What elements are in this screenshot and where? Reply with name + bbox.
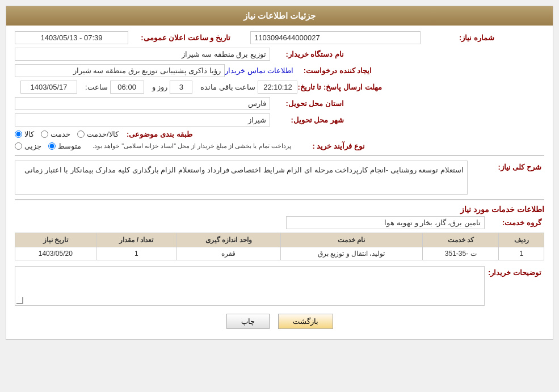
- cell-name: تولید، انتقال و توزیع برق: [280, 247, 422, 260]
- process-row: نوع فرآیند خرید : پرداخت تمام یا بخشی از…: [15, 142, 544, 150]
- col-header-date: تاریخ نیاز: [15, 233, 96, 247]
- province-row: استان محل تحویل: فارس: [15, 97, 544, 110]
- category-option-service: خدمت: [41, 130, 70, 138]
- process-label: نوع فرآیند خرید :: [291, 142, 365, 150]
- deadline-time-segment: 06:00 ساعت:: [83, 81, 144, 94]
- deadline-days-value: 3: [170, 81, 192, 94]
- creator-label: ایجاد کننده درخواست:: [298, 66, 372, 75]
- description-value: استعلام توسعه روشنایی -انجام کارپرداخت م…: [15, 161, 468, 195]
- cell-code: ت -35-351: [422, 247, 499, 260]
- deadline-label: مهلت ارسال پاسخ: تا تاریخ:: [297, 83, 381, 91]
- col-header-code: کد خدمت: [422, 233, 499, 247]
- resize-handle: [16, 297, 23, 304]
- city-label: شهر محل تحویل:: [270, 116, 344, 124]
- creator-value: رؤیا ذاکری پشتیبانی توزیع برق منطقه سه ش…: [15, 64, 225, 77]
- province-label: استان محل تحویل:: [270, 99, 344, 108]
- process-option-medium-label: متوسط: [58, 142, 81, 150]
- services-table: ردیف کد خدمت نام خدمت واحد اندازه گیری ت…: [15, 233, 544, 260]
- print-button[interactable]: چاپ: [226, 314, 270, 329]
- table-header-row: ردیف کد خدمت نام خدمت واحد اندازه گیری ت…: [15, 233, 544, 247]
- panel-header: جزئیات اطلاعات نیاز: [6, 6, 553, 26]
- cell-unit: فقره: [177, 247, 281, 260]
- col-header-name: نام خدمت: [280, 233, 422, 247]
- process-radio-partial[interactable]: [15, 142, 22, 150]
- process-option-partial-label: جزیی: [24, 142, 41, 150]
- service-group-row: گروه خدمت: تامین برق، گاز، بخار و تهویه …: [15, 216, 544, 229]
- col-header-row: ردیف: [499, 233, 544, 247]
- service-group-value: تامین برق، گاز، بخار و تهویه هوا: [286, 216, 485, 229]
- category-row: طبقه بندی موضوعی: کالا/خدمت خدمت کالا: [15, 130, 544, 138]
- category-radio-service-goods[interactable]: [77, 130, 85, 138]
- page-title: جزئیات اطلاعات نیاز: [243, 11, 316, 20]
- category-option-goods-label: کالا: [24, 130, 34, 138]
- col-header-unit: واحد اندازه گیری: [177, 233, 281, 247]
- category-radio-service[interactable]: [41, 130, 48, 138]
- buyer-org-row: نام دستگاه خریدار: توزیع برق منطقه سه شی…: [15, 48, 544, 61]
- creator-contact-link[interactable]: اطلاعات تماس خریدار: [225, 66, 293, 75]
- panel-body: شماره نیاز: 1103094644000027 تاریخ و ساع…: [6, 26, 553, 339]
- deadline-date-segment: 1403/05/17: [20, 81, 77, 94]
- category-option-service-label: خدمت: [51, 130, 70, 138]
- deadline-time-value: 06:00: [110, 81, 144, 94]
- comments-section: توضیحات خریدار:: [15, 266, 544, 306]
- services-section-title: اطلاعات خدمات مورد نیاز: [15, 205, 544, 214]
- process-option-medium: متوسط: [48, 142, 81, 150]
- buttons-row: بازگشت چاپ: [15, 314, 544, 329]
- back-button[interactable]: بازگشت: [278, 314, 333, 329]
- need-number-row: شماره نیاز: 1103094644000027 تاریخ و ساع…: [15, 31, 544, 44]
- cell-qty: 1: [96, 247, 176, 260]
- deadline-remaining-value: 22:10:12: [258, 81, 297, 94]
- comments-box: [15, 266, 485, 306]
- category-radio-group: کالا/خدمت خدمت کالا: [15, 130, 119, 138]
- table-row: 1 ت -35-351 تولید، انتقال و توزیع برق فق…: [15, 247, 544, 260]
- deadline-date-value: 1403/05/17: [20, 81, 77, 94]
- comments-label: توضیحات خریدار:: [485, 266, 541, 277]
- announcement-datetime-value: 1403/05/13 - 07:39: [15, 31, 128, 44]
- province-value: فارس: [15, 97, 270, 110]
- process-radio-medium[interactable]: [48, 142, 56, 150]
- category-label: طبقه بندی موضوعی:: [119, 130, 192, 138]
- col-header-qty: تعداد / مقدار: [96, 233, 176, 247]
- creator-row: ایجاد کننده درخواست: اطلاعات تماس خریدار…: [15, 64, 544, 77]
- process-radio-group: متوسط جزیی: [15, 142, 81, 150]
- deadline-remaining-label: ساعت باقی مانده: [200, 83, 255, 91]
- deadline-time-label: ساعت:: [85, 83, 108, 91]
- deadline-days-segment: 3 روز و: [150, 81, 193, 94]
- deadline-days-label: روز و: [152, 83, 168, 91]
- category-radio-goods[interactable]: [15, 130, 22, 138]
- process-option-partial: جزیی: [15, 142, 41, 150]
- city-row: شهر محل تحویل: شیراز: [15, 113, 544, 127]
- need-number-label: شماره نیاز:: [421, 33, 494, 42]
- process-note: پرداخت تمام یا بخشی از مبلغ خریدار از مح…: [93, 142, 291, 150]
- description-row: شرح کلی نیاز: استعلام توسعه روشنایی -انج…: [15, 161, 544, 195]
- category-option-service-goods-label: کالا/خدمت: [87, 130, 119, 138]
- city-value: شیراز: [15, 113, 270, 127]
- deadline-remaining-segment: 22:10:12 ساعت باقی مانده: [198, 81, 297, 94]
- category-option-service-goods: کالا/خدمت: [77, 130, 119, 138]
- need-number-value: 1103094644000027: [250, 31, 421, 44]
- deadline-row: مهلت ارسال پاسخ: تا تاریخ: 22:10:12 ساعت…: [15, 81, 544, 94]
- main-panel: جزئیات اطلاعات نیاز شماره نیاز: 11030946…: [6, 6, 553, 340]
- service-group-label: گروه خدمت:: [485, 218, 541, 227]
- cell-row: 1: [499, 247, 544, 260]
- buyer-org-value: توزیع برق منطقه سه شیراز: [15, 48, 270, 61]
- announcement-datetime-label: تاریخ و ساعت اعلان عمومی:: [128, 33, 230, 42]
- divider-1: [15, 155, 544, 156]
- buyer-org-label: نام دستگاه خریدار:: [270, 50, 344, 58]
- services-table-area: ردیف کد خدمت نام خدمت واحد اندازه گیری ت…: [15, 233, 544, 260]
- divider-2: [15, 199, 544, 200]
- category-option-goods: کالا: [15, 130, 34, 138]
- cell-date: 1403/05/20: [15, 247, 96, 260]
- description-label: شرح کلی نیاز:: [468, 163, 541, 171]
- page-wrapper: جزئیات اطلاعات نیاز شماره نیاز: 11030946…: [0, 0, 559, 392]
